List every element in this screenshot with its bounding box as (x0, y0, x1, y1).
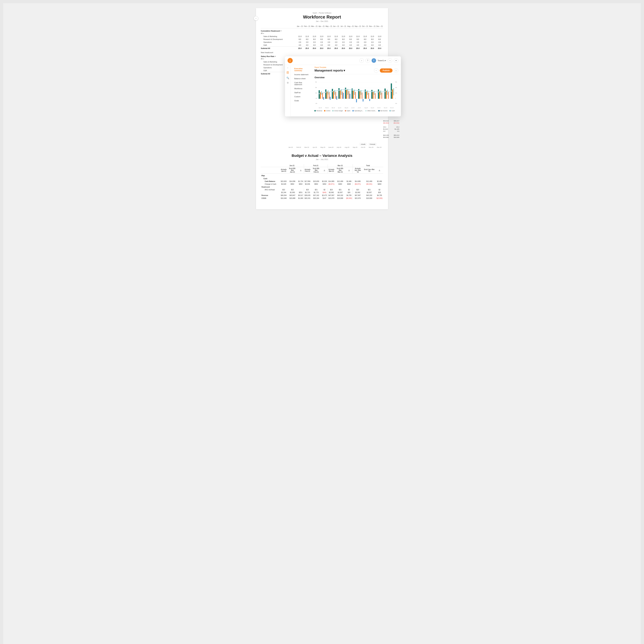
svg-point-83 (385, 91, 386, 92)
sidebar-item-balance-sheet[interactable]: Balance sheet (292, 77, 311, 81)
budget-table: Jan-21 Feb-21 Mar-21 Total ActualsJan-21… (261, 164, 383, 200)
overlay-header: Report Template Management reports ▾ − P… (312, 65, 401, 74)
col-srsa-total: SrsA Jan–Mar '21 (363, 167, 376, 174)
svg-rect-61 (375, 93, 376, 99)
cumulative-headcount-header[interactable]: Cumulative Headcount ▾ (261, 29, 383, 33)
cc-delta-feb: $302 (321, 183, 328, 185)
month-header-row: Jan – 21 Feb – 21 Mar – 21 Apr – 21 May … (261, 25, 383, 28)
pdf-icon[interactable] (287, 71, 289, 74)
salary-filter-chevron: ▾ (263, 58, 264, 60)
publish-button[interactable]: Publish (380, 68, 393, 73)
settings-icon[interactable]: ⚙ (287, 81, 289, 84)
legend-cogs: COGS (324, 110, 330, 112)
sidebar-item-cash-flow[interactable]: Cash flowstatement (292, 81, 311, 86)
subtotal-label-headcount: Subtotal All (261, 47, 296, 49)
col-group-total: Total (353, 164, 383, 167)
back-button[interactable]: ‹ (254, 16, 258, 21)
svg-text:Jul-20: Jul-20 (358, 107, 361, 108)
right-panel-row-4: $1,810$1,425 (383, 128, 399, 130)
cogs-delta-jan: $1,060 (298, 197, 304, 200)
month-oct21: Oct – 21 (361, 25, 369, 27)
share-action-btn[interactable]: □ (394, 68, 398, 73)
cogs-actuals-feb: $20,331 (304, 197, 311, 200)
row-sales-marketing: Sales & Marketing 11.0 11.0 11.0 11.0 11… (261, 35, 383, 38)
report-date-range: Jan – Dec 2021 (261, 20, 383, 22)
cogs-srsa-feb: $20,184 (311, 197, 321, 200)
search-icon[interactable]: 🔍 (286, 77, 289, 79)
cc-srsa-total: ($3,331) (363, 183, 376, 185)
cb-actuals-feb: $17,856 (304, 180, 311, 183)
help-icon-btn[interactable]: ? (365, 58, 370, 63)
cb-actuals-jan: $15,820 (280, 180, 287, 183)
cogs-srsa-mar: $19,908 (335, 197, 345, 200)
cb-delta-total: $2,486 (376, 180, 383, 183)
svg-text:Dec-20: Dec-20 (390, 107, 394, 108)
collapse-btn[interactable]: ▾ (394, 58, 398, 63)
sidebar-item-custom[interactable]: Custom (292, 95, 311, 99)
more-options-btn[interactable]: ○ (388, 58, 392, 63)
svg-rect-44 (353, 91, 354, 99)
col-delta-mar: △ (345, 167, 353, 174)
legend-opex: OpEx (345, 110, 350, 112)
col-delta-feb: △ (321, 167, 328, 174)
sidebar-item-executive-summary[interactable]: Executivesummary (292, 67, 311, 72)
svg-rect-20 (321, 91, 322, 95)
icon-sidebar: ← 🔍 ⚙ (285, 65, 291, 116)
cc-delta-total: $460 (376, 183, 383, 185)
sidebar-item-staff-list[interactable]: Staff list (292, 91, 311, 95)
minus-action-btn[interactable]: − (374, 68, 379, 73)
cc-srsa-jan: $902 (287, 183, 298, 185)
avg-rev-head-label: AVG rev/head (261, 188, 280, 191)
month-jan21: Jan – 21 (296, 25, 303, 27)
rev-delta-mar: $4,705 (345, 194, 353, 197)
svg-rect-46 (355, 92, 356, 99)
col-actuals-mar: ActualsMar-21 (328, 167, 335, 174)
rev-actuals-feb: $39,635 (304, 194, 311, 197)
svg-rect-57 (369, 99, 370, 101)
svg-text:60k: 60k (395, 81, 397, 82)
bottom-month-jan20: Jan-20 (287, 147, 295, 148)
rev-per-head-value-row: $2,244 $1,993 $251 $1,723 $1,770 $(46) $… (261, 191, 383, 194)
month-may21: May – 21 (325, 25, 332, 27)
back-nav-icon[interactable]: ← (287, 66, 289, 69)
svg-point-82 (378, 91, 379, 92)
cb-srsa-jan: $14,096 (287, 180, 298, 183)
svg-rect-69 (388, 92, 389, 99)
plan-header-row: Plan (261, 174, 383, 177)
svg-rect-18 (319, 90, 320, 99)
overlay-main: Report Template Management reports ▾ − P… (312, 65, 401, 116)
notification-icon-btn[interactable]: ○ (359, 58, 364, 63)
filter-row-all[interactable]: All ▾ (261, 33, 383, 34)
budget-subtitle: Jan – July 2021 (261, 158, 383, 160)
rev-delta-feb: $2,473 (321, 194, 328, 197)
company-selector[interactable]: TowerCo ▾ (378, 60, 386, 62)
bottom-month-feb20: Feb-20 (295, 147, 303, 148)
row-operations: Operations 2.0 2.0 2.0 2.0 2.0 2.0 2.0 2… (261, 41, 383, 44)
user-avatar[interactable]: T (372, 58, 376, 63)
sidebar-item-workforce[interactable]: Workforce (292, 87, 311, 90)
cb-actuals-total: $14,985 (353, 180, 363, 183)
cogs-delta-mar: ($3,930) (345, 197, 353, 200)
right-panel: $33,616$36,017 ($2,804)($3,004) 25.025.0… (383, 120, 399, 138)
salary-run-rate-label: Salary Run Rate (261, 55, 274, 57)
col-srsa-feb: SrsA BE-MarFeb-21 (311, 167, 321, 174)
svg-point-81 (372, 91, 373, 92)
svg-rect-29 (333, 91, 334, 99)
svg-rect-21 (322, 93, 323, 99)
svg-text:Apr-20: Apr-20 (338, 107, 341, 109)
svg-rect-45 (354, 90, 355, 95)
row-label-rd: Research & Development (261, 38, 296, 40)
svg-rect-19 (320, 92, 321, 99)
headcount-label: Headcount (261, 185, 280, 188)
cogs-delta-feb: $147 (321, 197, 328, 200)
bottom-month-may20: May-20 (319, 147, 327, 148)
month-nov21: Nov – 21 (369, 25, 376, 27)
svg-rect-68 (387, 90, 388, 95)
cash-label: Cash (261, 177, 280, 180)
sidebar-item-income-statement[interactable]: Income statement (292, 73, 311, 76)
sidebar-item-goals[interactable]: Goals (292, 99, 311, 103)
svg-rect-62 (378, 89, 379, 99)
svg-text:Jun-20: Jun-20 (351, 107, 355, 108)
svg-rect-47 (356, 99, 357, 102)
svg-rect-39 (346, 90, 347, 99)
